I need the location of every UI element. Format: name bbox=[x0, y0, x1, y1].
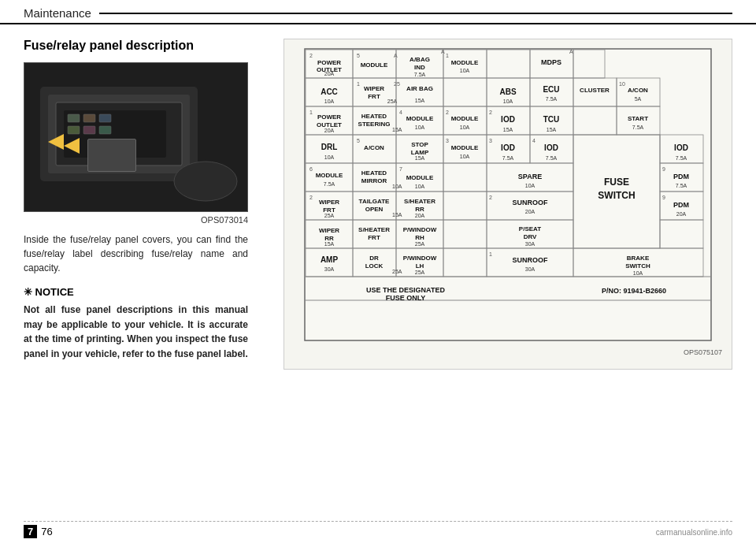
svg-text:1: 1 bbox=[357, 81, 360, 87]
watermark: carmanualsonline.info bbox=[656, 528, 732, 537]
svg-text:20A: 20A bbox=[324, 71, 335, 76]
svg-text:15A: 15A bbox=[415, 98, 425, 103]
svg-text:15A: 15A bbox=[415, 155, 425, 161]
notice-section: ✳ NOTICE Not all fuse panel descriptions… bbox=[24, 286, 248, 361]
fuse-svg-container: 2 POWER OUTLET 20A 5 MODULE A A/BAG IND … bbox=[291, 47, 725, 347]
svg-text:POWER: POWER bbox=[317, 59, 341, 66]
notice-text: Not all fuse panel descriptions in this … bbox=[24, 303, 248, 361]
svg-text:A/BAG: A/BAG bbox=[410, 56, 430, 63]
svg-text:LOCK: LOCK bbox=[365, 262, 384, 270]
svg-text:A/CON: A/CON bbox=[628, 87, 648, 94]
svg-text:3: 3 bbox=[489, 138, 492, 143]
svg-text:20A: 20A bbox=[324, 128, 335, 133]
svg-text:4: 4 bbox=[399, 110, 402, 115]
svg-text:10A: 10A bbox=[633, 270, 643, 276]
page-number: 76 bbox=[37, 525, 56, 538]
left-column: Fuse/relay panel description bbox=[24, 39, 268, 370]
svg-text:SUNROOF: SUNROOF bbox=[513, 256, 549, 264]
svg-text:MIRROR: MIRROR bbox=[361, 177, 387, 184]
svg-text:STEERING: STEERING bbox=[358, 121, 391, 128]
svg-text:10A: 10A bbox=[460, 154, 470, 159]
svg-text:AIR BAG: AIR BAG bbox=[406, 85, 433, 92]
svg-text:PDM: PDM bbox=[673, 173, 689, 180]
svg-text:P/SEAT: P/SEAT bbox=[519, 225, 541, 232]
svg-text:9: 9 bbox=[662, 166, 665, 172]
svg-text:10A: 10A bbox=[503, 99, 513, 104]
svg-text:STOP: STOP bbox=[411, 141, 428, 148]
svg-text:S/HEATER: S/HEATER bbox=[404, 198, 435, 205]
svg-text:10A: 10A bbox=[525, 183, 536, 188]
svg-text:5: 5 bbox=[357, 53, 360, 58]
svg-text:1: 1 bbox=[489, 251, 492, 257]
chapter-number: 7 bbox=[24, 525, 37, 538]
svg-rect-5 bbox=[68, 114, 80, 122]
svg-text:10A: 10A bbox=[415, 184, 425, 189]
section-title: Fuse/relay panel description bbox=[24, 39, 268, 53]
svg-text:15A: 15A bbox=[503, 127, 513, 132]
svg-text:FUSE ONLY: FUSE ONLY bbox=[386, 294, 426, 302]
svg-text:7: 7 bbox=[399, 166, 402, 172]
svg-text:IND: IND bbox=[414, 64, 425, 71]
svg-text:OPEN: OPEN bbox=[365, 206, 384, 213]
svg-text:HEATED: HEATED bbox=[361, 169, 387, 177]
svg-text:7.5A: 7.5A bbox=[676, 183, 687, 188]
svg-text:15A: 15A bbox=[392, 212, 402, 218]
svg-text:FRT: FRT bbox=[368, 234, 380, 241]
svg-text:2: 2 bbox=[309, 195, 313, 200]
svg-rect-6 bbox=[83, 114, 95, 122]
fuse-diagram-panel: 2 POWER OUTLET 20A 5 MODULE A A/BAG IND … bbox=[284, 39, 732, 370]
image-caption: OPS073014 bbox=[24, 215, 248, 225]
svg-text:DRL: DRL bbox=[321, 143, 338, 151]
svg-text:7.5A: 7.5A bbox=[414, 72, 426, 77]
svg-text:10A: 10A bbox=[392, 184, 402, 189]
svg-text:TAILGATE: TAILGATE bbox=[359, 198, 390, 205]
svg-rect-9 bbox=[83, 126, 95, 134]
svg-text:IOD: IOD bbox=[501, 115, 515, 124]
svg-text:10A: 10A bbox=[460, 68, 470, 73]
svg-text:ACC: ACC bbox=[321, 87, 338, 96]
svg-text:IOD: IOD bbox=[501, 143, 515, 152]
svg-text:10A: 10A bbox=[324, 99, 335, 104]
svg-text:15A: 15A bbox=[547, 127, 557, 132]
svg-text:LH: LH bbox=[416, 262, 424, 270]
svg-text:FUSE: FUSE bbox=[604, 177, 629, 188]
svg-text:2: 2 bbox=[446, 110, 449, 115]
svg-text:20A: 20A bbox=[415, 213, 425, 218]
diagram-caption: OPS075107 bbox=[291, 348, 725, 356]
svg-text:7.5A: 7.5A bbox=[546, 96, 558, 102]
car-image bbox=[24, 62, 248, 212]
svg-text:SPARE: SPARE bbox=[518, 173, 542, 180]
svg-text:30A: 30A bbox=[324, 266, 335, 272]
svg-text:7.5A: 7.5A bbox=[546, 155, 558, 161]
svg-text:MODULE: MODULE bbox=[451, 59, 479, 66]
svg-text:ABS: ABS bbox=[499, 87, 516, 96]
svg-text:P/WINDOW: P/WINDOW bbox=[403, 226, 437, 233]
svg-text:15A: 15A bbox=[392, 127, 402, 132]
svg-text:9: 9 bbox=[662, 195, 665, 200]
svg-text:20A: 20A bbox=[676, 211, 687, 217]
car-image-inner bbox=[24, 63, 247, 211]
svg-text:5A: 5A bbox=[635, 96, 642, 102]
svg-text:CLUSTER: CLUSTER bbox=[580, 87, 610, 94]
header-line bbox=[99, 13, 732, 14]
svg-text:MODULE: MODULE bbox=[406, 174, 434, 181]
svg-text:2: 2 bbox=[309, 53, 313, 58]
svg-text:7.5A: 7.5A bbox=[676, 155, 687, 161]
svg-rect-10 bbox=[99, 126, 111, 134]
page-header: Maintenance bbox=[0, 0, 756, 24]
svg-text:FRT: FRT bbox=[368, 93, 380, 100]
svg-text:TCU: TCU bbox=[543, 115, 560, 124]
main-content: Fuse/relay panel description bbox=[0, 24, 756, 377]
svg-text:MDPS: MDPS bbox=[541, 58, 561, 66]
svg-text:RH: RH bbox=[415, 234, 424, 241]
svg-text:P/NO: 91941-B2660: P/NO: 91941-B2660 bbox=[602, 287, 666, 295]
svg-text:START: START bbox=[628, 115, 648, 122]
svg-text:MODULE: MODULE bbox=[361, 61, 388, 69]
page-header-title: Maintenance bbox=[24, 6, 91, 20]
page-numbers: 7 76 bbox=[24, 525, 732, 538]
svg-text:ECU: ECU bbox=[543, 85, 559, 94]
svg-text:1: 1 bbox=[309, 110, 313, 115]
svg-text:DRV: DRV bbox=[524, 233, 537, 240]
svg-rect-7 bbox=[99, 114, 111, 122]
svg-text:SUNROOF: SUNROOF bbox=[513, 199, 549, 206]
